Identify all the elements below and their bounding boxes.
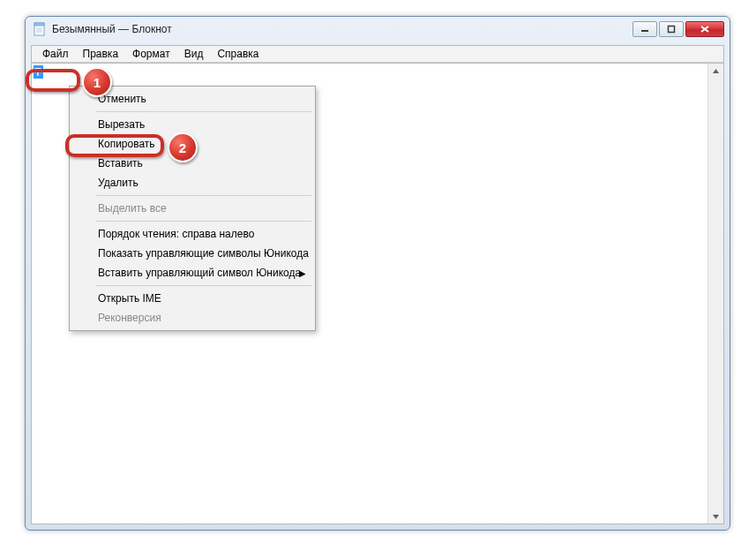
ctx-separator: [96, 285, 311, 286]
scroll-down-button[interactable]: [709, 509, 723, 524]
menubar: Файл Правка Формат Вид Справка: [31, 45, 724, 63]
submenu-arrow-icon: ▶: [299, 268, 306, 278]
ctx-open-ime[interactable]: Открыть IME: [71, 289, 313, 308]
ctx-insert-unicode-label: Вставить управляющий символ Юникода: [98, 267, 301, 279]
menu-help[interactable]: Справка: [210, 47, 266, 61]
window-title: Безымянный — Блокнот: [52, 23, 632, 35]
ctx-delete[interactable]: Удалить: [71, 173, 313, 192]
menu-edit[interactable]: Правка: [76, 47, 126, 61]
ctx-separator: [96, 195, 311, 196]
menu-file[interactable]: Файл: [35, 47, 76, 61]
titlebar: Безымянный — Блокнот: [26, 17, 730, 41]
scroll-up-button[interactable]: [709, 64, 723, 78]
ctx-show-unicode[interactable]: Показать управляющие символы Юникода: [71, 244, 313, 263]
close-button[interactable]: [685, 21, 724, 37]
svg-marker-9: [713, 69, 719, 73]
ctx-insert-unicode[interactable]: Вставить управляющий символ Юникода ▶: [71, 263, 313, 283]
vertical-scrollbar[interactable]: [707, 64, 723, 524]
ctx-reading-order[interactable]: Порядок чтения: справа налево: [71, 224, 313, 244]
window-controls: [632, 21, 724, 37]
context-menu: Отменить Вырезать Копировать Вставить Уд…: [69, 86, 316, 331]
menu-format[interactable]: Формат: [125, 47, 177, 61]
notepad-icon: [33, 22, 47, 36]
ctx-undo[interactable]: Отменить: [71, 89, 313, 109]
ctx-paste[interactable]: Вставить: [71, 154, 313, 173]
menu-view[interactable]: Вид: [177, 47, 211, 61]
ctx-reconversion[interactable]: Реконверсия: [71, 308, 313, 328]
minimize-button[interactable]: [632, 21, 657, 37]
svg-marker-10: [713, 515, 719, 519]
ctx-copy[interactable]: Копировать: [71, 134, 313, 154]
selected-text: T: [34, 65, 43, 79]
svg-rect-6: [669, 26, 675, 33]
ctx-cut[interactable]: Вырезать: [71, 115, 313, 134]
ctx-select-all[interactable]: Выделить все: [71, 199, 313, 218]
svg-rect-1: [34, 23, 44, 26]
ctx-separator: [96, 221, 311, 222]
maximize-button[interactable]: [659, 21, 684, 37]
ctx-separator: [96, 111, 311, 112]
